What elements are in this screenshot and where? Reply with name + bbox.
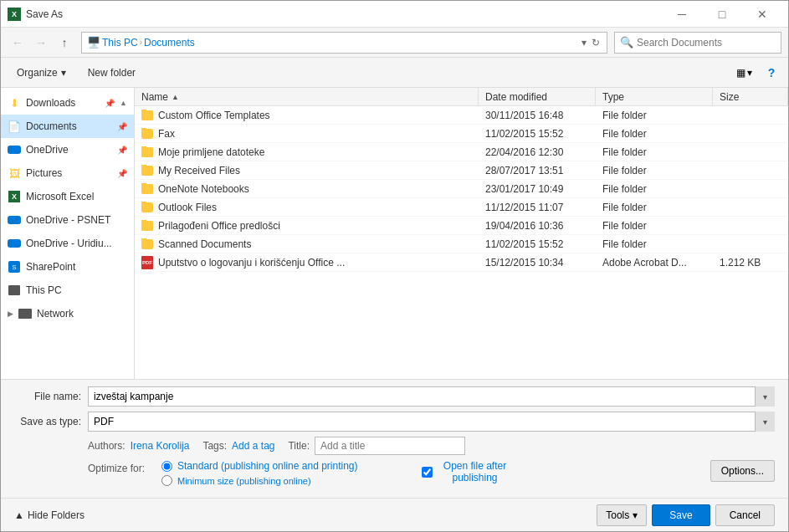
search-input[interactable] xyxy=(637,37,776,49)
sidebar-item-network[interactable]: ▶ Network xyxy=(1,302,134,325)
title-input[interactable] xyxy=(315,437,465,455)
expand-icon: ▲ xyxy=(120,99,127,107)
save-button[interactable]: Save xyxy=(652,504,710,526)
sidebar-item-onedrive[interactable]: OneDrive 📌 xyxy=(1,138,134,161)
open-after-checkbox[interactable]: Open file after publishing xyxy=(422,460,513,483)
file-list: Name ▲ Date modified Type Size Custom Of… xyxy=(135,88,788,379)
file-row[interactable]: My Received Files 28/07/2017 13:51 File … xyxy=(135,161,788,180)
file-cell-date: 15/12/2015 10:34 xyxy=(479,257,596,269)
sidebar-item-network-label: Network xyxy=(37,308,127,320)
col-header-size[interactable]: Size xyxy=(713,88,788,105)
authors-label: Authors: xyxy=(88,440,126,452)
folder-icon xyxy=(141,202,153,212)
folder-icon xyxy=(141,184,153,194)
address-path: 🖥️ This PC › Documents xyxy=(87,36,576,49)
optimize-label: Optimize for: xyxy=(88,460,145,477)
sidebar-item-onedrive-uridiu[interactable]: OneDrive - Uridiu... xyxy=(1,232,134,255)
file-cell-type: File folder xyxy=(596,146,713,158)
address-controls: ▾ ↻ xyxy=(580,35,602,50)
file-cell-type: Adobe Acrobat D... xyxy=(596,257,713,269)
file-row[interactable]: Scanned Documents 11/02/2015 15:52 File … xyxy=(135,235,788,253)
file-cell-date: 19/04/2016 10:36 xyxy=(479,220,596,232)
new-folder-button[interactable]: New folder xyxy=(79,62,145,84)
sidebar-item-downloads[interactable]: ⬇ Downloads 📌 ▲ xyxy=(1,91,134,115)
col-header-name[interactable]: Name ▲ xyxy=(135,88,479,105)
window-controls: ─ □ ✕ xyxy=(663,1,781,28)
open-after-input[interactable] xyxy=(422,467,433,478)
onedrive-icon xyxy=(8,143,21,156)
optimize-standard-radio[interactable]: Standard (publishing online and printing… xyxy=(161,460,357,472)
options-button[interactable]: Options... xyxy=(710,460,775,482)
optimize-standard-input[interactable] xyxy=(161,461,172,472)
path-documents[interactable]: Documents xyxy=(144,37,195,49)
view-button[interactable]: ▦ ▾ xyxy=(730,62,758,84)
up-button[interactable]: ↑ xyxy=(54,33,74,53)
footer: ▲ Hide Folders Tools ▾ Save Cancel xyxy=(1,498,788,531)
file-row[interactable]: OneNote Notebooks 23/01/2017 10:49 File … xyxy=(135,180,788,198)
optimize-minimum-radio[interactable]: Minimum size (publishing online) xyxy=(161,475,357,486)
file-cell-date: 11/02/2015 15:52 xyxy=(479,128,596,140)
sidebar-item-documents[interactable]: 📄 Documents 📌 xyxy=(1,115,134,138)
optimize-minimum-input[interactable] xyxy=(161,475,172,486)
col-header-type[interactable]: Type xyxy=(596,88,713,105)
sidebar-item-thispc[interactable]: This PC xyxy=(1,279,134,302)
cancel-button[interactable]: Cancel xyxy=(715,504,775,526)
forward-button[interactable]: → xyxy=(31,33,51,53)
search-box: 🔍 xyxy=(614,32,781,54)
hide-folders-button[interactable]: ▲ Hide Folders xyxy=(14,509,85,521)
pdf-icon: PDF xyxy=(141,256,153,269)
sidebar-item-pictures[interactable]: 🖼 Pictures 📌 xyxy=(1,161,134,185)
file-row[interactable]: PDF Uputstvo o logovanju i korišćenju Of… xyxy=(135,253,788,272)
file-row[interactable]: Custom Office Templates 30/11/2015 16:48… xyxy=(135,106,788,125)
file-row[interactable]: Outlook Files 11/12/2015 11:07 File fold… xyxy=(135,198,788,217)
saveastype-select[interactable]: PDF xyxy=(88,412,775,432)
tags-item: Tags: Add a tag xyxy=(202,440,274,452)
file-cell-name: Scanned Documents xyxy=(135,238,479,250)
help-button[interactable]: ? xyxy=(761,63,781,83)
file-cell-size: 1.212 KB xyxy=(713,257,788,269)
filename-input[interactable] xyxy=(88,386,775,407)
sidebar-item-onedrive-psnet-label: OneDrive - PSNET xyxy=(26,214,127,226)
bottom-form: File name: ▾ Save as type: PDF ▾ Authors… xyxy=(1,379,788,498)
sidebar-item-excel[interactable]: X Microsoft Excel xyxy=(1,185,134,208)
file-list-header: Name ▲ Date modified Type Size xyxy=(135,88,788,106)
meta-row: Authors: Irena Korolija Tags: Add a tag … xyxy=(14,437,775,455)
file-cell-date: 28/07/2017 13:51 xyxy=(479,165,596,176)
file-row[interactable]: Prilagođeni Office predlošci 19/04/2016 … xyxy=(135,217,788,235)
refresh-button[interactable]: ↻ xyxy=(590,35,602,50)
pin-icon-docs: 📌 xyxy=(117,122,127,131)
close-button[interactable]: ✕ xyxy=(743,1,781,28)
onedrive-psnet-icon xyxy=(8,213,21,227)
minimize-button[interactable]: ─ xyxy=(663,1,701,28)
maximize-button[interactable]: □ xyxy=(703,1,741,28)
back-button[interactable]: ← xyxy=(8,33,28,53)
address-dropdown-button[interactable]: ▾ xyxy=(580,35,588,50)
file-row[interactable]: Fax 11/02/2015 15:52 File folder xyxy=(135,125,788,143)
organize-button[interactable]: Organize ▾ xyxy=(8,62,75,84)
optimize-row: Optimize for: Standard (publishing onlin… xyxy=(14,460,775,486)
pin-icon-od: 📌 xyxy=(117,146,127,155)
filename-dropdown-button[interactable]: ▾ xyxy=(755,386,775,407)
file-row[interactable]: Moje primljene datoteke 22/04/2016 12:30… xyxy=(135,143,788,161)
sidebar-item-sharepoint[interactable]: S SharePoint xyxy=(1,255,134,279)
tags-value[interactable]: Add a tag xyxy=(232,440,274,452)
authors-value[interactable]: Irena Korolija xyxy=(131,440,190,452)
sharepoint-icon: S xyxy=(8,260,21,274)
file-cell-name: My Received Files xyxy=(135,165,479,176)
hide-folders-label: Hide Folders xyxy=(28,509,85,521)
file-cell-date: 23/01/2017 10:49 xyxy=(479,183,596,195)
sidebar-item-pictures-label: Pictures xyxy=(26,167,112,179)
optimize-minimum-label: Minimum size (publishing online) xyxy=(177,476,311,486)
sidebar: ⬇ Downloads 📌 ▲ 📄 Documents 📌 OneDrive 📌 xyxy=(1,88,135,379)
dialog-title: Save As xyxy=(26,8,663,20)
sidebar-item-documents-label: Documents xyxy=(26,120,112,132)
folder-icon xyxy=(141,147,153,157)
file-cell-date: 11/12/2015 11:07 xyxy=(479,202,596,213)
sidebar-item-onedrive-psnet[interactable]: OneDrive - PSNET xyxy=(1,208,134,232)
pin-icon-pics: 📌 xyxy=(117,169,127,178)
col-header-date[interactable]: Date modified xyxy=(479,88,596,105)
folder-icon xyxy=(141,239,153,249)
tools-button[interactable]: Tools ▾ xyxy=(597,504,647,526)
authors-item: Authors: Irena Korolija xyxy=(88,440,189,452)
path-thispc[interactable]: This PC xyxy=(102,37,138,49)
